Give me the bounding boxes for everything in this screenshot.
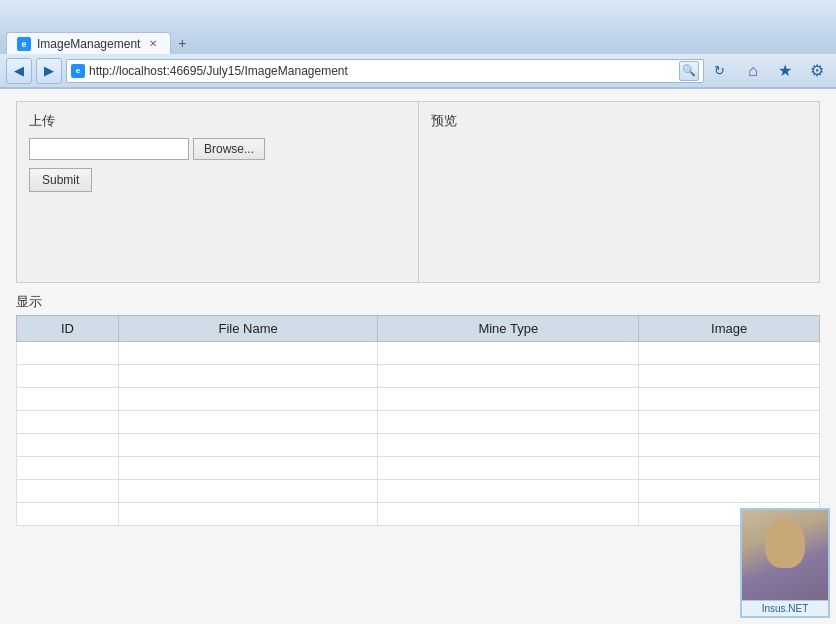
table-row <box>17 365 820 388</box>
table-row <box>17 411 820 434</box>
browse-button[interactable]: Browse... <box>193 138 265 160</box>
tools-icon: ⚙ <box>810 61 824 80</box>
tab-bar: e ImageManagement ✕ + <box>0 28 836 54</box>
table-row <box>17 342 820 365</box>
tools-button[interactable]: ⚙ <box>804 58 830 84</box>
preview-panel: 预览 <box>419 102 820 282</box>
browser-chrome: e ImageManagement ✕ + ◀ ▶ e 🔍 ↻ ⌂ <box>0 0 836 89</box>
table-header-row: ID File Name Mine Type Image <box>17 316 820 342</box>
watermark-photo <box>742 510 828 600</box>
file-input-row: Browse... <box>29 138 406 160</box>
display-label: 显示 <box>16 293 820 311</box>
title-bar <box>0 0 836 28</box>
table-row <box>17 503 820 526</box>
watermark-face <box>765 518 805 568</box>
upload-label: 上传 <box>29 112 406 130</box>
upload-panel: 上传 Browse... Submit <box>17 102 419 282</box>
table-body <box>17 342 820 526</box>
back-icon: ◀ <box>14 63 24 78</box>
table-row <box>17 480 820 503</box>
tab-favicon: e <box>17 37 31 51</box>
home-icon: ⌂ <box>748 62 758 80</box>
file-path-input[interactable] <box>29 138 189 160</box>
table-header: ID File Name Mine Type Image <box>17 316 820 342</box>
address-input[interactable] <box>89 64 675 78</box>
watermark-container: Insus.NET <box>740 508 830 618</box>
col-minetype: Mine Type <box>378 316 639 342</box>
tab-close-button[interactable]: ✕ <box>146 37 160 51</box>
watermark-label: Insus.NET <box>742 600 828 616</box>
refresh-button[interactable]: ↻ <box>708 60 730 82</box>
address-search-button[interactable]: 🔍 <box>679 61 699 81</box>
forward-button[interactable]: ▶ <box>36 58 62 84</box>
upload-preview-section: 上传 Browse... Submit 预览 <box>16 101 820 283</box>
table-row <box>17 457 820 480</box>
address-favicon: e <box>71 64 85 78</box>
star-icon: ★ <box>778 61 792 80</box>
col-id: ID <box>17 316 119 342</box>
home-button[interactable]: ⌂ <box>740 58 766 84</box>
new-tab-button[interactable]: + <box>171 32 193 54</box>
preview-label: 预览 <box>431 112 808 130</box>
back-button[interactable]: ◀ <box>6 58 32 84</box>
search-icon: 🔍 <box>682 64 696 77</box>
col-image: Image <box>639 316 820 342</box>
data-table: ID File Name Mine Type Image <box>16 315 820 526</box>
refresh-icon: ↻ <box>714 63 725 78</box>
display-section: 显示 ID File Name Mine Type Image <box>16 293 820 526</box>
address-bar: e 🔍 <box>66 59 704 83</box>
col-filename: File Name <box>119 316 378 342</box>
favorites-button[interactable]: ★ <box>772 58 798 84</box>
forward-icon: ▶ <box>44 63 54 78</box>
nav-bar: ◀ ▶ e 🔍 ↻ ⌂ ★ ⚙ <box>0 54 836 88</box>
toolbar-right: ⌂ ★ ⚙ <box>740 58 830 84</box>
submit-button[interactable]: Submit <box>29 168 92 192</box>
tab-title: ImageManagement <box>37 37 140 51</box>
table-row <box>17 434 820 457</box>
table-row <box>17 388 820 411</box>
active-tab[interactable]: e ImageManagement ✕ <box>6 32 171 54</box>
page-content: 上传 Browse... Submit 预览 显示 ID File Name M… <box>0 89 836 624</box>
